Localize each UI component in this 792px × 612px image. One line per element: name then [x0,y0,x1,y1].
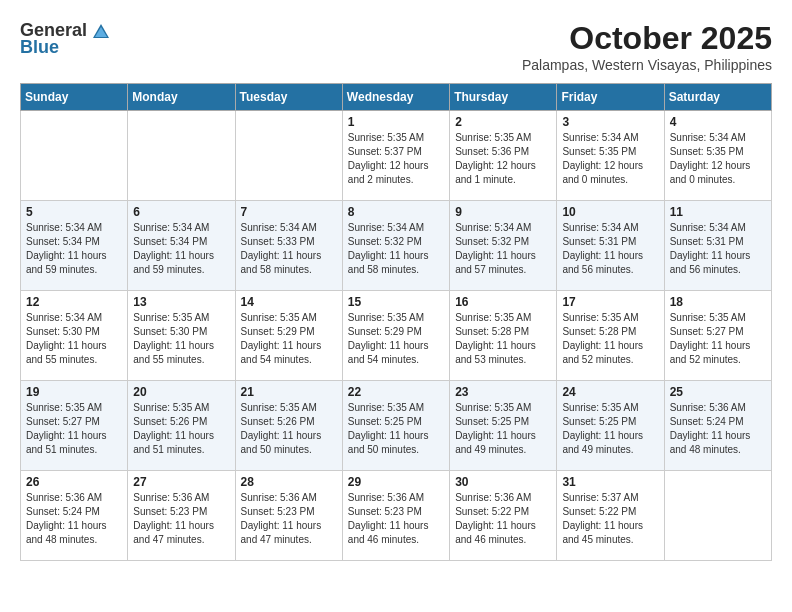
calendar-cell: 8Sunrise: 5:34 AM Sunset: 5:32 PM Daylig… [342,201,449,291]
day-number: 12 [26,295,122,309]
day-info: Sunrise: 5:37 AM Sunset: 5:22 PM Dayligh… [562,491,658,547]
day-number: 5 [26,205,122,219]
col-header-sunday: Sunday [21,84,128,111]
calendar-table: SundayMondayTuesdayWednesdayThursdayFrid… [20,83,772,561]
day-number: 28 [241,475,337,489]
col-header-wednesday: Wednesday [342,84,449,111]
day-info: Sunrise: 5:36 AM Sunset: 5:23 PM Dayligh… [241,491,337,547]
calendar-cell: 21Sunrise: 5:35 AM Sunset: 5:26 PM Dayli… [235,381,342,471]
location-title: Palampas, Western Visayas, Philippines [522,57,772,73]
calendar-cell [21,111,128,201]
day-number: 23 [455,385,551,399]
week-row-4: 19Sunrise: 5:35 AM Sunset: 5:27 PM Dayli… [21,381,772,471]
day-info: Sunrise: 5:35 AM Sunset: 5:28 PM Dayligh… [562,311,658,367]
title-area: October 2025 Palampas, Western Visayas, … [522,20,772,73]
calendar-cell: 24Sunrise: 5:35 AM Sunset: 5:25 PM Dayli… [557,381,664,471]
logo-blue: Blue [20,37,59,58]
day-number: 15 [348,295,444,309]
day-number: 18 [670,295,766,309]
calendar-cell: 14Sunrise: 5:35 AM Sunset: 5:29 PM Dayli… [235,291,342,381]
day-info: Sunrise: 5:35 AM Sunset: 5:26 PM Dayligh… [133,401,229,457]
calendar-cell: 17Sunrise: 5:35 AM Sunset: 5:28 PM Dayli… [557,291,664,381]
logo: General Blue [20,20,111,58]
day-info: Sunrise: 5:36 AM Sunset: 5:24 PM Dayligh… [26,491,122,547]
col-header-friday: Friday [557,84,664,111]
week-row-5: 26Sunrise: 5:36 AM Sunset: 5:24 PM Dayli… [21,471,772,561]
calendar-cell: 12Sunrise: 5:34 AM Sunset: 5:30 PM Dayli… [21,291,128,381]
calendar-cell: 13Sunrise: 5:35 AM Sunset: 5:30 PM Dayli… [128,291,235,381]
calendar-cell: 2Sunrise: 5:35 AM Sunset: 5:36 PM Daylig… [450,111,557,201]
day-info: Sunrise: 5:35 AM Sunset: 5:25 PM Dayligh… [348,401,444,457]
day-number: 6 [133,205,229,219]
day-info: Sunrise: 5:34 AM Sunset: 5:34 PM Dayligh… [133,221,229,277]
week-row-3: 12Sunrise: 5:34 AM Sunset: 5:30 PM Dayli… [21,291,772,381]
calendar-cell: 29Sunrise: 5:36 AM Sunset: 5:23 PM Dayli… [342,471,449,561]
col-header-saturday: Saturday [664,84,771,111]
calendar-cell: 9Sunrise: 5:34 AM Sunset: 5:32 PM Daylig… [450,201,557,291]
day-info: Sunrise: 5:35 AM Sunset: 5:27 PM Dayligh… [26,401,122,457]
calendar-cell: 20Sunrise: 5:35 AM Sunset: 5:26 PM Dayli… [128,381,235,471]
calendar-cell [128,111,235,201]
day-info: Sunrise: 5:35 AM Sunset: 5:30 PM Dayligh… [133,311,229,367]
calendar-cell: 11Sunrise: 5:34 AM Sunset: 5:31 PM Dayli… [664,201,771,291]
day-info: Sunrise: 5:35 AM Sunset: 5:37 PM Dayligh… [348,131,444,187]
day-info: Sunrise: 5:34 AM Sunset: 5:33 PM Dayligh… [241,221,337,277]
calendar-cell: 16Sunrise: 5:35 AM Sunset: 5:28 PM Dayli… [450,291,557,381]
col-header-tuesday: Tuesday [235,84,342,111]
calendar-cell: 1Sunrise: 5:35 AM Sunset: 5:37 PM Daylig… [342,111,449,201]
day-info: Sunrise: 5:34 AM Sunset: 5:32 PM Dayligh… [455,221,551,277]
day-number: 4 [670,115,766,129]
day-info: Sunrise: 5:35 AM Sunset: 5:29 PM Dayligh… [241,311,337,367]
day-number: 16 [455,295,551,309]
week-row-2: 5Sunrise: 5:34 AM Sunset: 5:34 PM Daylig… [21,201,772,291]
day-info: Sunrise: 5:36 AM Sunset: 5:22 PM Dayligh… [455,491,551,547]
month-title: October 2025 [522,20,772,57]
logo-icon [91,22,111,40]
calendar-cell: 25Sunrise: 5:36 AM Sunset: 5:24 PM Dayli… [664,381,771,471]
day-info: Sunrise: 5:36 AM Sunset: 5:23 PM Dayligh… [133,491,229,547]
day-info: Sunrise: 5:34 AM Sunset: 5:32 PM Dayligh… [348,221,444,277]
calendar-cell: 22Sunrise: 5:35 AM Sunset: 5:25 PM Dayli… [342,381,449,471]
day-number: 20 [133,385,229,399]
calendar-cell: 19Sunrise: 5:35 AM Sunset: 5:27 PM Dayli… [21,381,128,471]
day-info: Sunrise: 5:35 AM Sunset: 5:25 PM Dayligh… [562,401,658,457]
day-number: 27 [133,475,229,489]
day-number: 22 [348,385,444,399]
calendar-cell: 4Sunrise: 5:34 AM Sunset: 5:35 PM Daylig… [664,111,771,201]
day-number: 2 [455,115,551,129]
calendar-header-row: SundayMondayTuesdayWednesdayThursdayFrid… [21,84,772,111]
day-number: 14 [241,295,337,309]
day-number: 26 [26,475,122,489]
day-info: Sunrise: 5:35 AM Sunset: 5:29 PM Dayligh… [348,311,444,367]
day-info: Sunrise: 5:35 AM Sunset: 5:28 PM Dayligh… [455,311,551,367]
day-number: 24 [562,385,658,399]
day-info: Sunrise: 5:34 AM Sunset: 5:34 PM Dayligh… [26,221,122,277]
col-header-thursday: Thursday [450,84,557,111]
day-number: 3 [562,115,658,129]
calendar-cell: 18Sunrise: 5:35 AM Sunset: 5:27 PM Dayli… [664,291,771,381]
calendar-cell: 6Sunrise: 5:34 AM Sunset: 5:34 PM Daylig… [128,201,235,291]
day-number: 30 [455,475,551,489]
week-row-1: 1Sunrise: 5:35 AM Sunset: 5:37 PM Daylig… [21,111,772,201]
day-number: 1 [348,115,444,129]
day-info: Sunrise: 5:36 AM Sunset: 5:23 PM Dayligh… [348,491,444,547]
day-number: 25 [670,385,766,399]
calendar-cell [664,471,771,561]
calendar-cell: 23Sunrise: 5:35 AM Sunset: 5:25 PM Dayli… [450,381,557,471]
calendar-cell: 26Sunrise: 5:36 AM Sunset: 5:24 PM Dayli… [21,471,128,561]
day-number: 29 [348,475,444,489]
day-info: Sunrise: 5:34 AM Sunset: 5:35 PM Dayligh… [670,131,766,187]
calendar-cell: 3Sunrise: 5:34 AM Sunset: 5:35 PM Daylig… [557,111,664,201]
calendar-cell: 28Sunrise: 5:36 AM Sunset: 5:23 PM Dayli… [235,471,342,561]
calendar-cell [235,111,342,201]
day-info: Sunrise: 5:34 AM Sunset: 5:35 PM Dayligh… [562,131,658,187]
calendar-cell: 7Sunrise: 5:34 AM Sunset: 5:33 PM Daylig… [235,201,342,291]
col-header-monday: Monday [128,84,235,111]
day-number: 21 [241,385,337,399]
day-info: Sunrise: 5:35 AM Sunset: 5:26 PM Dayligh… [241,401,337,457]
day-info: Sunrise: 5:34 AM Sunset: 5:30 PM Dayligh… [26,311,122,367]
day-number: 31 [562,475,658,489]
day-number: 7 [241,205,337,219]
calendar-cell: 15Sunrise: 5:35 AM Sunset: 5:29 PM Dayli… [342,291,449,381]
day-info: Sunrise: 5:35 AM Sunset: 5:25 PM Dayligh… [455,401,551,457]
